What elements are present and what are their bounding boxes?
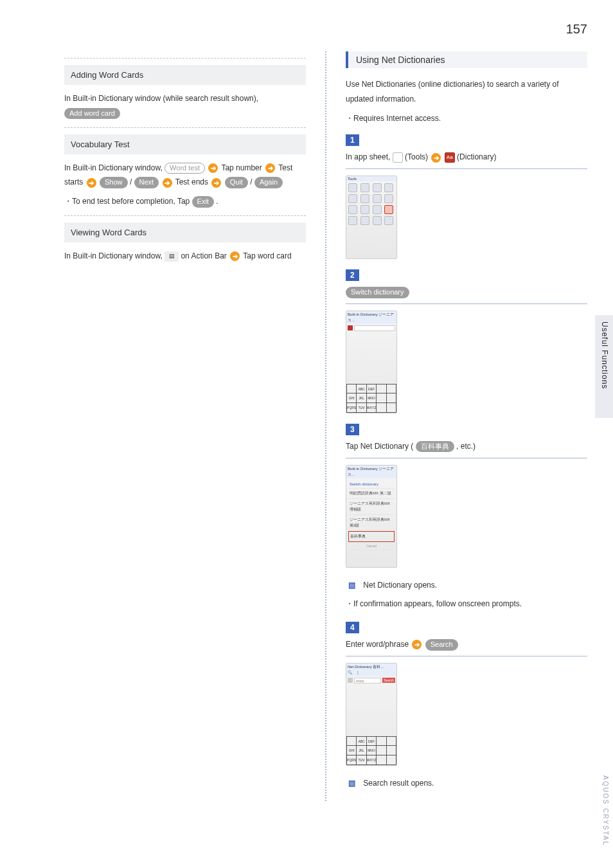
viewing-t3: Tap word card: [243, 251, 291, 260]
next-button[interactable]: Next: [134, 177, 159, 188]
step3-note: If confirmation appears, follow onscreen…: [346, 597, 587, 611]
heading-viewing-word-cards: Viewing Word Cards: [64, 222, 306, 242]
add-word-card-button[interactable]: Add word card: [64, 108, 120, 120]
side-label-model: AQUOS CRYSTAL: [602, 775, 609, 846]
arrow-icon: ➔: [431, 153, 441, 163]
switch-dictionary-button[interactable]: Switch dictionary: [346, 287, 409, 298]
step-number-1: 1: [346, 134, 359, 146]
search-button[interactable]: Search: [425, 639, 458, 651]
vocab-t1: In Built-in Dictionary window,: [64, 163, 164, 172]
vocab-t4: Test ends: [175, 177, 211, 186]
arrow-icon: ➔: [230, 251, 240, 261]
screenshot-app-sheet: Tools: [346, 176, 397, 259]
arrow-icon: ➔: [208, 163, 218, 173]
section-using-net-dictionaries: Using Net Dictionaries: [346, 51, 587, 68]
step-number-4: 4: [346, 622, 359, 633]
step1-tools: (Tools): [405, 152, 430, 161]
show-button[interactable]: Show: [100, 177, 128, 188]
exit-button[interactable]: Exit: [192, 196, 214, 208]
step1-t1: In app sheet,: [346, 152, 393, 161]
heading-adding-word-cards: Adding Word Cards: [64, 65, 306, 85]
intro-text: Use Net Dictionaries (online dictionarie…: [346, 77, 587, 107]
step4-t1: Enter word/phrase: [346, 640, 411, 649]
arrow-icon: ➔: [412, 640, 422, 649]
step4-result: ▧ Search result opens.: [346, 776, 587, 791]
step4-instruction: Enter word/phrase ➔ Search: [346, 637, 587, 656]
bullet-icon: [64, 197, 72, 206]
step-number-3: 3: [346, 424, 359, 435]
side-label-useful-functions: Useful Functions: [600, 321, 609, 389]
step3-result: ▧ Net Dictionary opens.: [346, 578, 587, 593]
arrow-icon: ➔: [265, 163, 275, 173]
word-test-button[interactable]: Word test: [164, 163, 205, 174]
bullet-icon: [346, 114, 353, 123]
quit-button[interactable]: Quit: [225, 177, 248, 188]
step3-t1: Tap Net Dictionary (: [346, 442, 416, 451]
step4-result-text: Search result opens.: [363, 779, 434, 788]
word-cards-icon[interactable]: ▤: [164, 251, 179, 262]
heading-vocabulary-test: Vocabulary Test: [64, 134, 306, 154]
vocab-note1-end: .: [216, 197, 218, 206]
bullet-icon: [346, 599, 353, 608]
vocab-t2: Tap number: [221, 163, 264, 172]
vocab-note: To end test before completion, Tap Exit …: [64, 195, 306, 209]
vocab-text: In Built-in Dictionary window, Word test…: [64, 161, 306, 190]
result-icon: ▧: [346, 778, 357, 790]
screenshot-net-dictionary: Net Dictionary 百科… 🔍 ⋮ sharpSearch ABCDE…: [346, 663, 397, 766]
again-button[interactable]: Again: [254, 177, 283, 188]
slash: /: [250, 177, 254, 186]
divider: [64, 127, 306, 128]
step3-result-text: Net Dictionary opens.: [363, 581, 437, 590]
result-icon: ▧: [346, 579, 357, 591]
adding-line: In Built-in Dictionary window (while sea…: [64, 94, 258, 103]
column-divider: [325, 51, 326, 801]
step1-dict: (Dictionary): [457, 152, 496, 161]
step3-t2: , etc.): [456, 442, 475, 451]
vocab-note1: To end test before completion, Tap: [72, 197, 192, 206]
dictionary-app-icon[interactable]: Aa: [445, 152, 455, 163]
app-grid-icon[interactable]: [393, 152, 403, 163]
slash: /: [130, 177, 134, 186]
arrow-icon: ➔: [163, 178, 172, 188]
screenshot-builtin-dictionary: Built-in Dictionary ジーニアス… ABCDEF GHIJKL…: [346, 311, 397, 413]
step1-instruction: In app sheet, (Tools) ➔ Aa (Dictionary): [346, 150, 587, 169]
step3-instruction: Tap Net Dictionary ( 百科事典 , etc.): [346, 439, 587, 458]
step-number-2: 2: [346, 269, 359, 281]
viewing-text: In Built-in Dictionary window, ▤ on Acti…: [64, 249, 306, 264]
viewing-t2: on Action Bar: [181, 251, 229, 260]
screenshot-switch-dictionary: Built-in Dictionary ジーニアス… Switch dictio…: [346, 465, 397, 568]
adding-text: In Built-in Dictionary window (while sea…: [64, 91, 306, 121]
page-number: 157: [566, 22, 587, 37]
divider: [64, 58, 306, 59]
step3-note-text: If confirmation appears, follow onscreen…: [353, 599, 522, 608]
requires-internet: Requires Internet access.: [346, 112, 587, 126]
arrow-icon: ➔: [211, 178, 221, 188]
divider: [64, 215, 306, 216]
viewing-t1: In Built-in Dictionary window,: [64, 251, 164, 260]
encyclopedia-button[interactable]: 百科事典: [416, 441, 454, 453]
requires-internet-text: Requires Internet access.: [353, 114, 441, 123]
arrow-icon: ➔: [87, 178, 96, 188]
step2-instruction: Switch dictionary: [346, 285, 587, 304]
